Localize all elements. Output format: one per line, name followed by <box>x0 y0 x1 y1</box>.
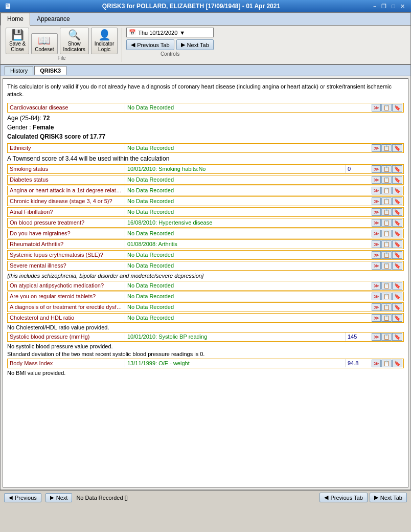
edit-btn-erectile[interactable]: 📋 <box>381 303 392 311</box>
detail-btn-cholesterol[interactable]: 🔖 <box>392 314 402 322</box>
field-value-cardiovascular: No Data Recorded <box>125 103 371 112</box>
field-label-arthritis: Rheumatoid Arthritis? <box>8 240 125 248</box>
field-actions-kidney: ≫ 📋 🔖 <box>371 197 403 206</box>
field-value-arthritis: 01/08/2008: Arthritis <box>125 240 371 248</box>
flag-btn-antipsychotic[interactable]: ≫ <box>372 282 381 290</box>
detail-btn-steroid[interactable]: 🔖 <box>392 293 402 300</box>
indicator-logic-button[interactable]: 👤 Indicator Logic <box>91 28 118 54</box>
detail-btn-mental[interactable]: 🔖 <box>392 262 402 270</box>
detail-btn-systolic[interactable]: 🔖 <box>392 333 402 341</box>
save-close-button[interactable]: 💾 Save & Close <box>6 28 29 54</box>
field-value-cholesterol: No Data Recorded <box>125 314 371 322</box>
edit-btn-angina[interactable]: 📋 <box>381 187 392 194</box>
detail-btn-arthritis[interactable]: 🔖 <box>392 240 402 248</box>
field-row-sle: Systemic lupus erythematosis (SLE)? No D… <box>7 250 404 260</box>
flag-btn-sle[interactable]: ≫ <box>372 251 381 259</box>
field-label-kidney: Chronic kidney disease (stage 3, 4 or 5)… <box>8 197 125 205</box>
edit-btn-bp-treatment[interactable]: 📋 <box>381 219 392 227</box>
flag-btn-ethnicity[interactable]: ≫ <box>372 144 381 152</box>
detail-btn-sle[interactable]: 🔖 <box>392 251 402 259</box>
detail-btn-erectile[interactable]: 🔖 <box>392 303 402 311</box>
flag-btn-migraine[interactable]: ≫ <box>372 230 381 237</box>
field-value-steroid: No Data Recorded <box>125 292 371 300</box>
edit-btn-arthritis[interactable]: 📋 <box>381 240 392 248</box>
edit-btn-systolic[interactable]: 📋 <box>381 333 392 341</box>
detail-btn-angina[interactable]: 🔖 <box>392 187 402 194</box>
status-next-tab-icon: ▶ <box>374 494 378 501</box>
field-actions-cardiovascular: ≫ 📋 🔖 <box>371 103 403 112</box>
status-next-tab-button[interactable]: ▶ Next Tab <box>370 493 407 502</box>
minimize-button[interactable]: − <box>371 3 378 10</box>
field-actions-antipsychotic: ≫ 📋 🔖 <box>371 281 403 290</box>
flag-btn-steroid[interactable]: ≫ <box>372 293 381 300</box>
edit-btn-afib[interactable]: 📋 <box>381 208 392 216</box>
field-actions-arthritis: ≫ 📋 🔖 <box>371 240 403 249</box>
detail-btn-cardiovascular[interactable]: 🔖 <box>392 104 402 112</box>
breadcrumb-history[interactable]: History <box>5 66 33 75</box>
detail-btn-diabetes[interactable]: 🔖 <box>392 176 402 184</box>
edit-btn-bmi[interactable]: 📋 <box>381 360 392 367</box>
date-picker[interactable]: 📅 Thu 10/12/2020 ▼ <box>126 28 214 37</box>
breadcrumb-qrisk3[interactable]: QRISK3 <box>34 66 66 75</box>
ribbon-group-file: 💾 Save & Close 📖 Codeset 🔍 Show Indicato… <box>4 28 122 62</box>
flag-btn-arthritis[interactable]: ≫ <box>372 240 381 248</box>
field-row-arthritis: Rheumatoid Arthritis? 01/08/2008: Arthri… <box>7 239 404 249</box>
show-indicators-button[interactable]: 🔍 Show Indicators <box>60 28 89 54</box>
previous-tab-button[interactable]: ◀ Previous Tab <box>126 39 174 50</box>
restore-button[interactable]: ❐ <box>379 3 389 10</box>
detail-btn-antipsychotic[interactable]: 🔖 <box>392 282 402 290</box>
status-previous-tab-button[interactable]: ◀ Previous Tab <box>319 493 367 502</box>
flag-btn-mental[interactable]: ≫ <box>372 262 381 270</box>
detail-btn-ethnicity[interactable]: 🔖 <box>392 144 402 152</box>
field-row-afib: Atrial Fibrillation? No Data Recorded ≫ … <box>7 207 404 217</box>
detail-btn-afib[interactable]: 🔖 <box>392 208 402 216</box>
edit-btn-steroid[interactable]: 📋 <box>381 293 392 300</box>
previous-button[interactable]: ◀ Previous <box>4 493 41 502</box>
flag-btn-cholesterol[interactable]: ≫ <box>372 314 381 322</box>
tab-appearance[interactable]: Appearance <box>30 13 77 25</box>
next-tab-button[interactable]: ▶ Next Tab <box>176 39 214 50</box>
flag-btn-systolic[interactable]: ≫ <box>372 333 381 341</box>
flag-btn-afib[interactable]: ≫ <box>372 208 381 216</box>
edit-btn-smoking[interactable]: 📋 <box>381 165 392 173</box>
field-label-antipsychotic: On atypical antipsychotic medication? <box>8 281 125 290</box>
field-label-cholesterol: Cholesterol and HDL ratio <box>8 314 125 322</box>
detail-btn-bmi[interactable]: 🔖 <box>392 360 402 367</box>
maximize-button[interactable]: □ <box>390 3 397 10</box>
edit-btn-antipsychotic[interactable]: 📋 <box>381 282 392 290</box>
close-button[interactable]: ✕ <box>398 3 407 10</box>
flag-btn-erectile[interactable]: ≫ <box>372 303 381 311</box>
edit-btn-cardiovascular[interactable]: 📋 <box>381 104 392 112</box>
flag-btn-angina[interactable]: ≫ <box>372 187 381 194</box>
detail-btn-kidney[interactable]: 🔖 <box>392 197 402 205</box>
next-tab-icon: ▶ <box>181 41 185 48</box>
edit-btn-cholesterol[interactable]: 📋 <box>381 314 392 322</box>
flag-btn-bp-treatment[interactable]: ≫ <box>372 219 381 227</box>
age-value: 72 <box>43 115 50 122</box>
flag-btn-diabetes[interactable]: ≫ <box>372 176 381 184</box>
edit-btn-migraine[interactable]: 📋 <box>381 230 392 237</box>
flag-btn-kidney[interactable]: ≫ <box>372 197 381 205</box>
edit-btn-mental[interactable]: 📋 <box>381 262 392 270</box>
controls-group-label: Controls <box>161 51 179 57</box>
detail-btn-migraine[interactable]: 🔖 <box>392 230 402 237</box>
status-text: No Data Recorded [] <box>76 495 127 501</box>
flag-btn-cardiovascular[interactable]: ≫ <box>372 104 381 112</box>
edit-btn-sle[interactable]: 📋 <box>381 251 392 259</box>
tab-home[interactable]: Home <box>1 13 30 26</box>
field-label-erectile: A diagnosis of or treatment for erectile… <box>8 303 125 311</box>
flag-btn-smoking[interactable]: ≫ <box>372 165 381 173</box>
codeset-button[interactable]: 📖 Codeset <box>31 33 57 54</box>
next-arrow-icon: ▶ <box>50 495 54 500</box>
field-row-angina: Angina or heart attack in a 1st degree r… <box>7 186 404 195</box>
flag-btn-bmi[interactable]: ≫ <box>372 360 381 367</box>
edit-btn-kidney[interactable]: 📋 <box>381 197 392 205</box>
edit-btn-ethnicity[interactable]: 📋 <box>381 144 392 152</box>
next-button[interactable]: ▶ Next <box>45 493 73 502</box>
field-actions-smoking: ≫ 📋 🔖 <box>371 165 403 173</box>
edit-btn-diabetes[interactable]: 📋 <box>381 176 392 184</box>
field-value-erectile: No Data Recorded <box>125 303 371 311</box>
detail-btn-smoking[interactable]: 🔖 <box>392 165 402 173</box>
detail-btn-bp-treatment[interactable]: 🔖 <box>392 219 402 227</box>
field-num-smoking: 0 <box>345 165 371 173</box>
